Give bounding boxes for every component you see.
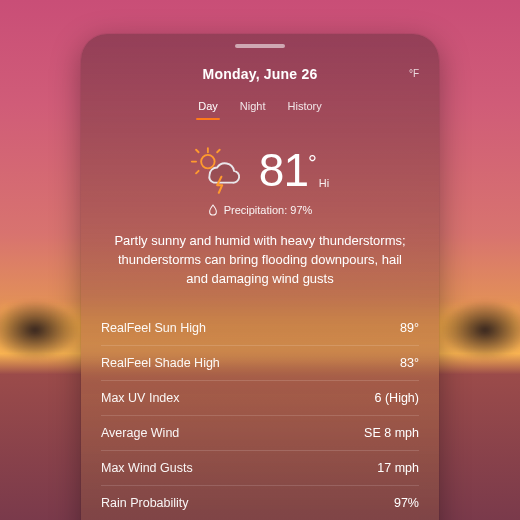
forecast-description: Partly sunny and humid with heavy thunde… (107, 232, 413, 289)
weather-card: Monday, June 26 °F Day Night History 81 … (81, 34, 439, 520)
detail-row: RealFeel Shade High 83° (101, 346, 419, 381)
hero-section: 81 ° Hi (101, 146, 419, 194)
date-title: Monday, June 26 (101, 66, 419, 82)
detail-value: SE 8 mph (364, 426, 419, 440)
detail-value: 6 (High) (375, 391, 419, 405)
unit-toggle[interactable]: °F (405, 66, 423, 81)
detail-label: Average Wind (101, 426, 179, 440)
tab-day[interactable]: Day (198, 100, 218, 120)
detail-row: RealFeel Sun High 89° (101, 311, 419, 346)
svg-point-0 (201, 155, 215, 169)
sun-cloud-thunder-icon (191, 146, 245, 194)
detail-value: 17 mph (377, 461, 419, 475)
detail-label: Max Wind Gusts (101, 461, 193, 475)
detail-row: Rain Probability 97% (101, 486, 419, 520)
device-notch (235, 44, 285, 48)
tab-night[interactable]: Night (240, 100, 266, 120)
details-list: RealFeel Sun High 89° RealFeel Shade Hig… (101, 311, 419, 520)
detail-label: RealFeel Shade High (101, 356, 220, 370)
detail-row: Average Wind SE 8 mph (101, 416, 419, 451)
svg-line-4 (217, 150, 220, 153)
detail-value: 97% (394, 496, 419, 510)
detail-label: Max UV Index (101, 391, 180, 405)
detail-label: RealFeel Sun High (101, 321, 206, 335)
detail-row: Max UV Index 6 (High) (101, 381, 419, 416)
time-tabs: Day Night History (101, 100, 419, 120)
precipitation-row: Precipitation: 97% (101, 204, 419, 216)
precipitation-label: Precipitation: 97% (224, 204, 313, 216)
card-header: Monday, June 26 °F (101, 66, 419, 82)
hi-label: Hi (319, 177, 329, 189)
degree-symbol: ° (308, 151, 317, 177)
svg-line-3 (196, 150, 199, 153)
detail-label: Rain Probability (101, 496, 189, 510)
detail-row: Max Wind Gusts 17 mph (101, 451, 419, 486)
temperature-value: 81 (259, 147, 308, 193)
svg-line-5 (196, 171, 199, 174)
detail-value: 83° (400, 356, 419, 370)
droplet-icon (208, 204, 218, 216)
tab-history[interactable]: History (288, 100, 322, 120)
temperature-block: 81 ° Hi (259, 147, 329, 193)
detail-value: 89° (400, 321, 419, 335)
